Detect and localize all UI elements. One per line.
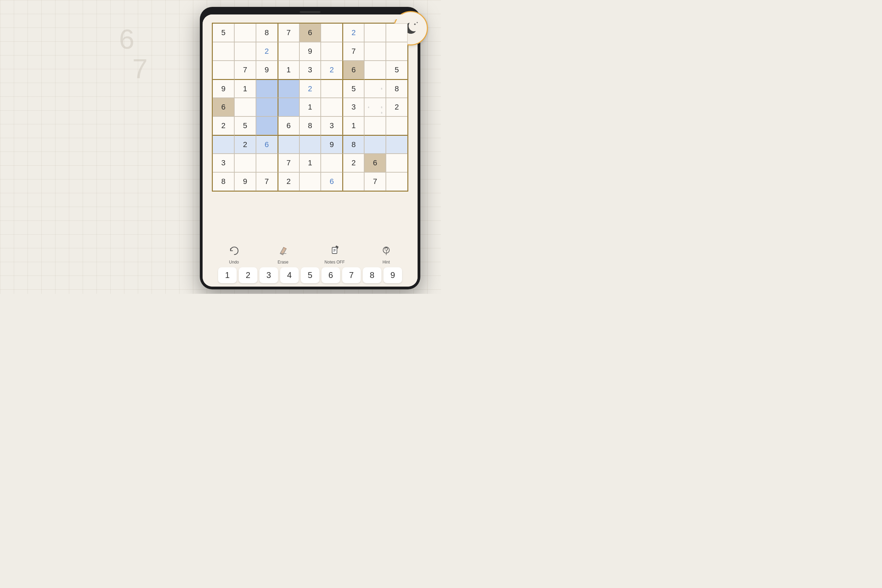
table-row[interactable]: 2 xyxy=(321,61,342,79)
table-row[interactable]: 1 xyxy=(342,116,364,135)
table-row[interactable] xyxy=(256,98,278,116)
table-row[interactable] xyxy=(234,23,256,42)
table-row[interactable] xyxy=(386,154,408,172)
table-row[interactable] xyxy=(386,172,408,191)
table-row[interactable]: 6 xyxy=(364,154,386,172)
numpad-6[interactable]: 6 xyxy=(321,267,340,283)
table-row[interactable]: 2 xyxy=(278,172,299,191)
table-row[interactable]: 6 xyxy=(278,116,299,135)
table-row[interactable]: 3 xyxy=(342,98,364,116)
table-row[interactable] xyxy=(234,98,256,116)
table-row[interactable] xyxy=(213,135,234,154)
table-row[interactable]: 9 xyxy=(234,172,256,191)
table-row[interactable]: 6 xyxy=(299,23,321,42)
table-row[interactable]: 2 xyxy=(299,79,321,98)
table-row[interactable] xyxy=(364,135,386,154)
tablet-sensor xyxy=(300,11,320,13)
table-row[interactable] xyxy=(256,116,278,135)
table-row[interactable]: 3 xyxy=(299,61,321,79)
bg-number-6: 6 xyxy=(119,23,135,55)
numpad-2[interactable]: 2 xyxy=(239,267,257,283)
table-row[interactable] xyxy=(234,154,256,172)
table-row[interactable] xyxy=(386,23,408,42)
table-row[interactable]: 5 xyxy=(234,116,256,135)
left-panel xyxy=(21,130,152,163)
table-row[interactable]: 7 xyxy=(364,172,386,191)
table-row[interactable]: 8 xyxy=(213,172,234,191)
table-row[interactable]: 7 xyxy=(342,42,364,61)
table-row[interactable] xyxy=(299,135,321,154)
table-row[interactable]: 2 xyxy=(342,23,364,42)
table-row[interactable] xyxy=(386,42,408,61)
numpad-5[interactable]: 5 xyxy=(301,267,320,283)
table-row[interactable]: 8 xyxy=(299,116,321,135)
table-row[interactable] xyxy=(321,79,342,98)
table-row[interactable]: 3 xyxy=(321,116,342,135)
table-row[interactable]: 7 xyxy=(278,23,299,42)
table-row[interactable] xyxy=(364,61,386,79)
table-row[interactable]: 5 xyxy=(386,61,408,79)
table-row[interactable] xyxy=(342,172,364,191)
table-row[interactable]: 1 xyxy=(299,98,321,116)
table-row[interactable]: 1 xyxy=(278,61,299,79)
table-row[interactable]: 469 xyxy=(364,98,386,116)
table-row[interactable]: 2 xyxy=(342,154,364,172)
table-row[interactable] xyxy=(386,116,408,135)
table-row[interactable]: 7 xyxy=(256,172,278,191)
table-row[interactable] xyxy=(321,23,342,42)
table-row[interactable]: 2 xyxy=(256,42,278,61)
table-row[interactable]: 7 xyxy=(278,154,299,172)
table-row[interactable]: 6 xyxy=(342,61,364,79)
table-row[interactable]: 8 xyxy=(256,23,278,42)
table-row[interactable] xyxy=(364,42,386,61)
table-row[interactable] xyxy=(234,42,256,61)
table-row[interactable]: 2 xyxy=(234,135,256,154)
notes-button[interactable]: Notes OFF xyxy=(324,243,345,264)
table-row[interactable] xyxy=(213,42,234,61)
table-row[interactable] xyxy=(386,135,408,154)
table-row[interactable] xyxy=(256,79,278,98)
table-row[interactable]: 2 xyxy=(213,116,234,135)
table-row[interactable] xyxy=(278,135,299,154)
undo-label: Undo xyxy=(229,260,239,264)
table-row[interactable] xyxy=(364,116,386,135)
table-row[interactable]: 5 xyxy=(213,23,234,42)
table-row[interactable] xyxy=(278,79,299,98)
numpad-4[interactable]: 4 xyxy=(280,267,299,283)
table-row[interactable]: 2 xyxy=(386,98,408,116)
numpad-7[interactable]: 7 xyxy=(342,267,361,283)
undo-button[interactable]: Undo xyxy=(226,243,242,264)
table-row[interactable] xyxy=(278,98,299,116)
bg-number-7: 7 xyxy=(132,53,148,85)
table-row[interactable]: 9 xyxy=(299,42,321,61)
table-row[interactable]: 3 xyxy=(213,154,234,172)
table-row[interactable] xyxy=(213,61,234,79)
table-row[interactable]: 6 xyxy=(256,135,278,154)
table-row[interactable] xyxy=(299,172,321,191)
table-row[interactable] xyxy=(278,42,299,61)
erase-button[interactable]: Erase xyxy=(275,243,291,264)
table-row[interactable] xyxy=(256,154,278,172)
numpad-1[interactable]: 1 xyxy=(218,267,237,283)
table-row[interactable]: 9 xyxy=(213,79,234,98)
table-row[interactable] xyxy=(321,98,342,116)
table-row[interactable]: 6 xyxy=(321,172,342,191)
table-row[interactable]: 6 xyxy=(364,79,386,98)
sudoku-grid: 5876229779132659125686134692256831269837… xyxy=(212,23,408,192)
table-row[interactable]: 8 xyxy=(342,135,364,154)
table-row[interactable]: 8 xyxy=(386,79,408,98)
table-row[interactable]: 1 xyxy=(299,154,321,172)
table-row[interactable]: 1 xyxy=(234,79,256,98)
table-row[interactable]: 9 xyxy=(256,61,278,79)
table-row[interactable]: 6 xyxy=(213,98,234,116)
hint-button[interactable]: 0 Hint xyxy=(379,243,394,264)
table-row[interactable] xyxy=(364,23,386,42)
numpad-9[interactable]: 9 xyxy=(384,267,402,283)
table-row[interactable]: 7 xyxy=(234,61,256,79)
table-row[interactable]: 5 xyxy=(342,79,364,98)
numpad-8[interactable]: 8 xyxy=(363,267,381,283)
numpad-3[interactable]: 3 xyxy=(260,267,278,283)
table-row[interactable] xyxy=(321,154,342,172)
table-row[interactable] xyxy=(321,42,342,61)
table-row[interactable]: 9 xyxy=(321,135,342,154)
